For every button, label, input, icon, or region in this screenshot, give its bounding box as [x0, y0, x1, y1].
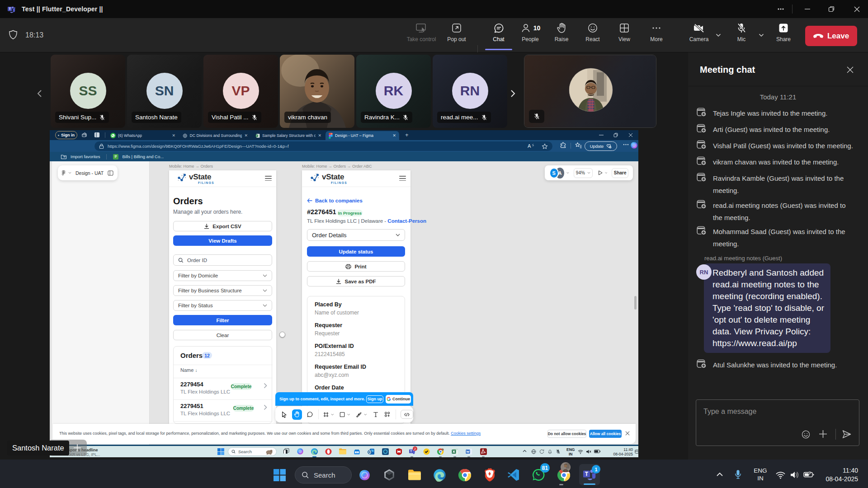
view-drafts-button[interactable]: View Drafts [173, 235, 272, 246]
taskbar-search-box[interactable]: Search [295, 466, 352, 483]
react-button[interactable]: React [579, 22, 607, 50]
frame2-label[interactable]: Mobile: Home → Orders → Order ABC [302, 164, 372, 169]
filmstrip-prev-button[interactable] [33, 87, 45, 100]
hamburger-menu-icon[interactable] [265, 176, 272, 181]
sharer-chrome-icon[interactable] [437, 448, 444, 455]
people-button[interactable]: 10 People [515, 22, 545, 50]
tray-mic-icon[interactable] [735, 469, 741, 480]
chat-message-bubble[interactable]: Redberyl and Santosh added read.ai meeti… [704, 263, 830, 353]
chevron-down-icon[interactable] [331, 413, 334, 416]
task-view-icon[interactable] [283, 448, 289, 455]
filter-status-select[interactable]: Filter by Status [173, 300, 272, 311]
spotlight-tile[interactable] [524, 55, 656, 128]
acrobat-icon[interactable] [480, 448, 487, 455]
camera-chevron-icon[interactable] [716, 33, 721, 37]
view-button[interactable]: View [611, 22, 638, 50]
browser-minimize-icon[interactable] [599, 133, 604, 137]
participant-tile[interactable]: RK Ravindra K... [356, 55, 431, 128]
tray-wifi-icon[interactable] [776, 471, 785, 479]
participant-tile[interactable]: VP Vishal Patil ... [203, 55, 278, 128]
window-close-button[interactable] [846, 0, 867, 18]
edge-icon[interactable] [311, 448, 318, 455]
browser-tab-whatsapp[interactable]: (6) WhatsApp ✕ [107, 131, 179, 140]
browser-tab-figma-active[interactable]: Design - UAT – Figma ✕ [326, 131, 399, 140]
bookmark-import[interactable]: Import favorites [71, 154, 100, 159]
edge-copilot-icon[interactable] [630, 141, 638, 149]
camera-button[interactable]: Camera [685, 22, 713, 50]
cookie-close-icon[interactable] [625, 431, 630, 436]
take-control-button[interactable]: Take control [406, 22, 437, 50]
chrome-icon[interactable] [456, 466, 474, 484]
name-column-header[interactable]: Name ↓ [180, 367, 197, 373]
message-compose-box[interactable]: Type a message [696, 399, 859, 446]
tray-clock[interactable]: 11:4008-04-2025 [823, 466, 858, 483]
pop-out-button[interactable]: Pop out [442, 22, 471, 50]
shape-tool-icon[interactable] [340, 412, 345, 418]
browser-close-icon[interactable] [628, 133, 633, 137]
bookmark-bills[interactable]: Bills | Billing and Co... [122, 154, 164, 159]
tab-close-icon[interactable]: ✕ [172, 133, 175, 138]
order-id-search[interactable]: Order ID [173, 254, 272, 266]
zoom-control[interactable]: 94% [574, 168, 593, 178]
collaborator-avatar[interactable]: S [549, 168, 559, 178]
tab-close-icon[interactable]: ✕ [244, 133, 248, 138]
word-icon[interactable] [466, 448, 472, 455]
read-aloud-icon[interactable]: A [528, 143, 534, 149]
vscode-icon[interactable] [505, 466, 523, 484]
edge-update-button[interactable]: Update [585, 141, 617, 151]
brave-icon[interactable] [481, 466, 499, 484]
opera-icon[interactable] [325, 448, 332, 455]
blue-app-icon[interactable] [382, 448, 389, 455]
edge-url-bar[interactable]: https://www.figma.com/design/9BKQ0FOHRWa… [94, 141, 552, 151]
sharer-language[interactable]: ENGIN [566, 447, 575, 456]
update-status-button[interactable]: Update status [307, 246, 405, 257]
more-button[interactable]: More [643, 22, 670, 50]
tray-battery-icon[interactable] [803, 471, 814, 478]
clear-button[interactable]: Clear [173, 330, 272, 340]
sharer-teams-icon[interactable]: 2 [409, 448, 416, 455]
hand-tool-active[interactable] [292, 409, 302, 420]
teams-taskbar-active[interactable]: 1 [579, 464, 600, 485]
save-as-pdf-button[interactable]: Save as PDF [307, 276, 405, 286]
hexagon-app-icon[interactable] [380, 466, 398, 484]
extensions-icon[interactable] [560, 142, 566, 149]
contact-person-link[interactable]: Contact-Person [387, 218, 426, 224]
allow-cookies-button[interactable]: Allow all cookies [589, 430, 622, 438]
share-button[interactable]: Share [770, 22, 797, 50]
start-icon[interactable] [217, 448, 224, 455]
figma-file-pill[interactable]: Design - UAT [58, 165, 118, 180]
move-tool-icon[interactable] [281, 411, 287, 418]
raise-hand-button[interactable]: Raise [548, 22, 575, 50]
favorite-star-icon[interactable] [542, 143, 548, 150]
figma-signup-button[interactable]: Sign up [366, 395, 383, 403]
order-details-select[interactable]: Order Details [307, 229, 405, 241]
filter-domicile-select[interactable]: Filter by Domicile [173, 270, 272, 281]
emoji-icon[interactable] [801, 430, 811, 439]
filmstrip-next-button[interactable] [507, 87, 519, 100]
sharer-clock[interactable]: 11:4008-04-2025 [610, 447, 633, 456]
browser-tab-dc-divisions[interactable]: DC Divisions and Surroundings ✕ [179, 131, 251, 140]
edge-signin-button[interactable]: Sign in [55, 131, 77, 139]
tray-notification-icon[interactable] [635, 449, 640, 454]
leave-button[interactable]: Leave [805, 26, 857, 46]
text-tool-icon[interactable] [373, 412, 378, 418]
participant-tile[interactable]: RN read.ai mee... [433, 55, 507, 128]
tab-close-icon[interactable]: ✕ [318, 133, 321, 138]
browser-restore-icon[interactable] [613, 133, 618, 137]
dev-mode-toggle[interactable] [401, 410, 413, 419]
window-minimize-button[interactable] [797, 0, 818, 18]
window-more-button[interactable] [770, 0, 791, 18]
print-button[interactable]: Print [307, 261, 405, 272]
edge-workspaces-icon[interactable] [81, 132, 87, 138]
toggle-sidebar-icon[interactable] [108, 170, 113, 176]
ms-store-icon[interactable] [354, 448, 360, 455]
sharer-search-box[interactable]: Search [228, 447, 277, 456]
chat-close-icon[interactable] [846, 66, 854, 74]
browser-tab-excel[interactable]: Sample Salary Structure with calc ✕ [252, 131, 325, 140]
cookie-settings-link[interactable]: Cookies settings [451, 431, 481, 436]
new-tab-icon[interactable]: + [405, 131, 409, 138]
tab-close-icon[interactable]: ✕ [392, 133, 396, 138]
file-explorer-icon[interactable] [339, 448, 346, 455]
tray-language[interactable]: ENGIN [752, 467, 769, 482]
file-explorer-icon[interactable] [406, 466, 424, 484]
